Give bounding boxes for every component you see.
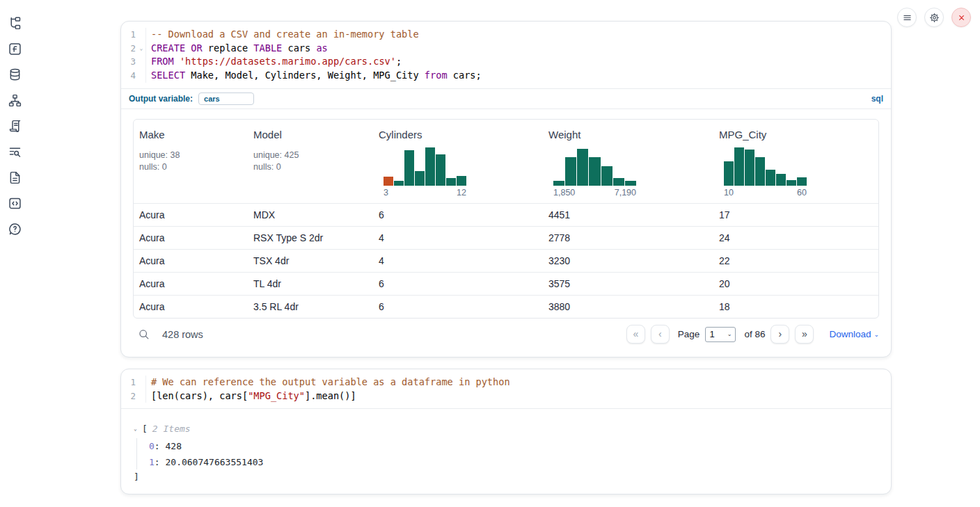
histogram-bar[interactable] (625, 181, 636, 186)
page-label: Page (678, 329, 700, 339)
line-number: 1 (121, 376, 137, 389)
code-line[interactable]: 4SELECT Make, Model, Cylinders, Weight, … (121, 69, 891, 83)
table-cell: 3575 (543, 278, 713, 289)
column-header-mpg_city[interactable]: MPG_City1060 (713, 120, 878, 203)
histogram-bar[interactable] (589, 157, 600, 186)
language-badge[interactable]: sql (871, 94, 883, 104)
histogram-bar[interactable] (787, 180, 796, 186)
search-icon[interactable] (137, 328, 150, 341)
histogram-bar[interactable] (601, 166, 612, 186)
histogram-weight[interactable] (553, 147, 636, 186)
table-cell: 17 (713, 209, 878, 220)
python-code-editor[interactable]: 1# We can reference the output variable … (121, 369, 891, 409)
histogram-bar[interactable] (425, 147, 435, 186)
settings-button[interactable] (924, 8, 944, 27)
histogram-bar[interactable] (755, 157, 765, 186)
first-page-button[interactable]: « (626, 325, 645, 344)
code-text: FROM 'https://datasets.marimo.app/cars.c… (146, 55, 402, 69)
range-max-label: 7,190 (615, 188, 636, 198)
histogram-bar[interactable] (766, 170, 775, 186)
histogram-bar[interactable] (446, 178, 456, 186)
histogram-bar[interactable] (724, 161, 734, 186)
column-header-weight[interactable]: Weight1,8507,190 (543, 120, 713, 203)
histogram-bar[interactable] (457, 176, 466, 186)
histogram-bar[interactable] (384, 177, 393, 186)
next-page-button[interactable]: › (770, 325, 789, 344)
table-cell: 22 (713, 255, 878, 266)
output-variable-input[interactable] (198, 92, 254, 105)
table-cell: 6 (373, 209, 543, 220)
sidebar (7, 15, 22, 236)
histogram-bar[interactable] (565, 157, 576, 186)
column-stat: unique: 425 (253, 150, 368, 161)
code-line[interactable]: 3FROM 'https://datasets.marimo.app/cars.… (121, 55, 891, 69)
table-row[interactable]: AcuraTL 4dr6357520 (134, 272, 878, 295)
scratchpad-icon[interactable] (7, 118, 22, 134)
download-label: Download (829, 329, 871, 339)
line-number: 2 (121, 389, 137, 403)
dependency-graph-icon[interactable] (7, 92, 22, 108)
tree-root: ⌄ [ 2 Items (134, 422, 880, 435)
table-row[interactable]: AcuraRSX Type S 2dr4277824 (134, 226, 878, 249)
histogram-cylinders[interactable] (384, 147, 466, 186)
histogram-bar[interactable] (745, 150, 754, 186)
fold-chevron-icon[interactable]: ⌄ (137, 42, 145, 56)
histogram-bar[interactable] (436, 154, 445, 186)
histogram-bar[interactable] (734, 147, 744, 186)
column-title: Model (253, 129, 368, 140)
chevron-down-icon: ⌄ (727, 331, 732, 337)
line-number-gutter: 2⌄ (121, 42, 146, 56)
line-number: 1 (121, 28, 137, 42)
code-line[interactable]: 1# We can reference the output variable … (121, 376, 891, 389)
column-title: Cylinders (379, 129, 537, 140)
histogram-bar[interactable] (776, 174, 786, 186)
chevron-right-icon: › (779, 329, 782, 339)
table-cell: TSX 4dr (248, 255, 373, 266)
histogram-bar[interactable] (415, 171, 425, 186)
histogram-bar[interactable] (577, 149, 588, 186)
code-line[interactable]: 2⌄CREATE OR replace TABLE cars as (121, 42, 891, 56)
code-line[interactable]: 2[len(cars), cars["MPG_City"].mean()] (121, 389, 891, 403)
column-header-make[interactable]: Makeunique: 38nulls: 0 (134, 120, 248, 203)
logs-icon[interactable] (7, 144, 22, 159)
database-icon[interactable] (7, 67, 22, 82)
output-variable-label: Output variable: (129, 94, 193, 104)
functions-icon[interactable] (7, 41, 22, 56)
histogram-bar[interactable] (613, 178, 624, 186)
histogram-mpg_city[interactable] (724, 147, 807, 186)
close-bracket: ] (134, 469, 880, 483)
histogram-bar[interactable] (394, 181, 404, 186)
documentation-icon[interactable] (7, 170, 22, 185)
histogram-range: 312 (384, 188, 466, 198)
download-button[interactable]: Download ⌄ (829, 329, 879, 339)
page-select[interactable]: 1 ⌄ (705, 327, 736, 342)
code-text: # We can reference the output variable a… (146, 376, 510, 389)
table-cell: MDX (248, 209, 373, 220)
sql-code-editor[interactable]: 1-- Download a CSV and create an in-memo… (121, 22, 891, 88)
range-min-label: 10 (724, 188, 734, 198)
table-row[interactable]: Acura3.5 RL 4dr6388018 (134, 295, 878, 318)
histogram-bar[interactable] (797, 177, 807, 186)
column-header-cylinders[interactable]: Cylinders312 (373, 120, 543, 203)
previous-page-button[interactable]: ‹ (651, 325, 670, 344)
table-cell: Acura (134, 209, 248, 220)
column-stat: unique: 38 (139, 150, 242, 161)
menu-button[interactable] (897, 8, 917, 27)
table-row[interactable]: AcuraMDX6445117 (134, 203, 878, 226)
file-tree-icon[interactable] (7, 15, 22, 31)
help-icon[interactable] (7, 221, 22, 236)
table-row[interactable]: AcuraTSX 4dr4323022 (134, 249, 878, 272)
column-header-model[interactable]: Modelunique: 425nulls: 0 (248, 120, 373, 203)
items-count-label: 2 Items (152, 424, 191, 434)
shutdown-button[interactable] (951, 8, 971, 27)
last-page-button[interactable]: » (795, 325, 814, 344)
histogram-bar[interactable] (553, 181, 564, 186)
line-number: 3 (121, 55, 137, 69)
snippets-icon[interactable] (7, 195, 22, 211)
collapse-chevron-icon[interactable]: ⌄ (134, 426, 142, 432)
histogram-bar[interactable] (404, 150, 414, 186)
code-line[interactable]: 1-- Download a CSV and create an in-memo… (121, 28, 891, 42)
code-text: -- Download a CSV and create an in-memor… (146, 28, 419, 42)
table-cell: TL 4dr (248, 278, 373, 289)
line-number: 2 (121, 42, 137, 56)
